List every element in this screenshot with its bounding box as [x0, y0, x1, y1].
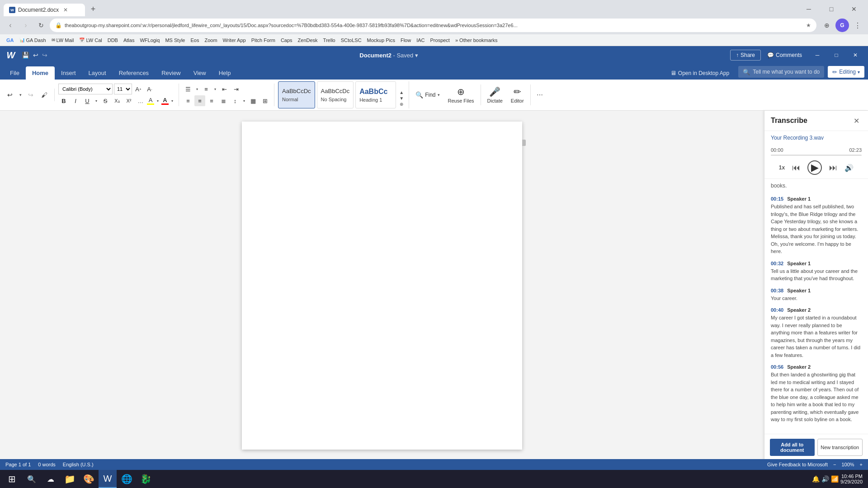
underline-button[interactable]: U [82, 95, 93, 106]
align-right-button[interactable]: ≡ [206, 95, 217, 106]
bookmark-mockup-pics[interactable]: Mockup Pics [364, 37, 398, 44]
forward-button[interactable]: › [19, 19, 33, 32]
bookmark-writer-app[interactable]: Writer App [220, 37, 249, 44]
share-button[interactable]: ↑ Share [730, 50, 761, 61]
bookmark-ga-dash[interactable]: 📊 GA Dash [17, 37, 49, 44]
recording-name-link[interactable]: Your Recording 3.wav [764, 131, 868, 145]
speed-control[interactable]: 1x [779, 164, 785, 171]
taskbar-app2[interactable]: 🐉 [137, 470, 155, 488]
highlight-color-button[interactable]: A [147, 97, 154, 105]
tab-file[interactable]: File [4, 66, 26, 80]
align-left-button[interactable]: ≡ [183, 95, 193, 106]
maximize-window[interactable]: □ [821, 3, 842, 15]
line-spacing-button[interactable]: ↕ [230, 95, 241, 106]
superscript-button[interactable]: X² [123, 95, 134, 106]
bookmark-sctolsc[interactable]: SCtoLSC [338, 37, 364, 44]
undo-button[interactable]: ↩ [4, 89, 16, 101]
tab-insert[interactable]: Insert [55, 66, 82, 80]
save-quick-icon[interactable]: 💾 [22, 52, 29, 59]
italic-button[interactable]: I [70, 95, 81, 106]
address-bar[interactable]: 🔒 theaboutgroup-my.sharepoint.com/:w:/r/… [50, 19, 816, 32]
reuse-files-button[interactable]: ⊕ Reuse Files [445, 84, 477, 105]
subscript-button[interactable]: X₂ [112, 95, 123, 106]
bookmark-eos[interactable]: Eos [188, 37, 202, 44]
minimize-window[interactable]: ─ [798, 3, 819, 15]
zoom-in-button[interactable]: + [860, 462, 863, 467]
decrease-indent-button[interactable]: ⇤ [219, 84, 230, 94]
bold-button[interactable]: B [58, 95, 69, 106]
undo-quick-icon[interactable]: ↩ [33, 52, 38, 59]
zoom-out-button[interactable]: − [833, 462, 836, 467]
entry-time-3[interactable]: 00:38 [771, 288, 783, 293]
play-button[interactable]: ▶ [807, 160, 822, 175]
tab-close-icon[interactable]: ✕ [63, 7, 68, 13]
font-color-button[interactable]: A [161, 97, 169, 105]
feedback-link[interactable]: Give Feedback to Microsoft [767, 462, 828, 467]
tab-home[interactable]: Home [26, 66, 55, 80]
decrease-font-button[interactable]: A- [145, 84, 155, 94]
shading-button[interactable]: ▦ [248, 95, 259, 106]
tab-help[interactable]: Help [212, 66, 237, 80]
style-normal-button[interactable]: AaBbCcDc Normal [278, 81, 315, 108]
bullets-button[interactable]: ☰ [183, 84, 193, 94]
numbering-button[interactable]: ≡ [201, 84, 212, 94]
open-desktop-app-button[interactable]: 🖥 Open in Desktop App [665, 66, 735, 80]
bookmark-iac[interactable]: IAC [414, 37, 427, 44]
underline-dropdown-button[interactable]: ▾ [94, 95, 99, 106]
entry-time-5[interactable]: 00:56 [771, 364, 783, 370]
redo-button[interactable]: ↪ [24, 89, 37, 101]
undo-dropdown-button[interactable]: ▾ [17, 89, 24, 101]
panel-close-button[interactable]: ✕ [851, 115, 862, 126]
minimize-app-button[interactable]: ─ [808, 48, 826, 62]
font-color-dropdown-button[interactable]: ▾ [170, 95, 175, 106]
bookmark-lw-cal[interactable]: 📅 LW Cal [76, 37, 104, 44]
dictate-button[interactable]: 🎤 Dictate [485, 84, 505, 105]
taskbar-search[interactable]: 🔍 [23, 470, 41, 488]
taskbar-paint[interactable]: 🎨 [80, 470, 98, 488]
profile-icon[interactable]: G [835, 19, 849, 32]
bookmark-caps[interactable]: Caps [278, 37, 295, 44]
numbering-dropdown-button[interactable]: ▾ [212, 84, 218, 94]
document-area[interactable] [0, 111, 764, 460]
bookmark-other[interactable]: » Other bookmarks [453, 37, 500, 44]
back-button[interactable]: ‹ [4, 19, 17, 32]
volume-icon[interactable]: 🔊 [821, 475, 829, 483]
bookmark-ga[interactable]: GA [4, 37, 17, 44]
notification-icon[interactable]: 🔔 [812, 475, 820, 483]
skip-back-button[interactable]: ⏮ [792, 163, 800, 173]
bookmark-lw-mail[interactable]: ✉ LW Mail [49, 37, 77, 44]
bookmark-ms-style[interactable]: MS Style [162, 37, 188, 44]
close-window[interactable]: ✕ [844, 3, 864, 15]
redo-quick-icon[interactable]: ↪ [42, 52, 47, 59]
skip-forward-button[interactable]: ⏭ [829, 163, 837, 173]
close-app-button[interactable]: ✕ [846, 48, 864, 62]
entry-time-4[interactable]: 00:40 [771, 307, 783, 313]
format-painter-button[interactable]: 🖌 [38, 89, 51, 101]
browser-menu-icon[interactable]: ⋮ [851, 19, 864, 32]
document-page[interactable] [242, 122, 522, 450]
volume-button[interactable]: 🔊 [844, 164, 854, 172]
network-icon[interactable]: 📶 [831, 475, 839, 483]
tab-layout[interactable]: Layout [82, 66, 113, 80]
justify-button[interactable]: ≣ [218, 95, 229, 106]
tell-me-search[interactable]: 🔍 Tell me what you want to do [738, 66, 824, 78]
styles-expand-button[interactable]: ▲ ▼ ⊕ [398, 81, 405, 108]
tab-view[interactable]: View [187, 66, 212, 80]
font-size-selector[interactable]: 11 [114, 84, 132, 94]
taskbar-cortana[interactable]: ☁ [42, 470, 60, 488]
tab-review[interactable]: Review [155, 66, 187, 80]
style-no-spacing-button[interactable]: AaBbCcDc No Spacing [317, 81, 354, 108]
bookmark-zoom[interactable]: Zoom [202, 37, 220, 44]
audio-progress-bar[interactable] [771, 155, 862, 156]
highlight-dropdown-button[interactable]: ▾ [155, 95, 160, 106]
add-to-document-button[interactable]: Add all to document [770, 439, 815, 456]
find-button[interactable]: 🔍 Find ▾ [413, 89, 442, 100]
more-ribbon-button[interactable]: ⋯ [534, 81, 545, 108]
strikethrough-button[interactable]: S [100, 95, 111, 106]
increase-font-button[interactable]: A+ [133, 84, 143, 94]
start-button[interactable]: ⊞ [2, 470, 22, 488]
font-family-selector[interactable]: Calibri (Body) [58, 84, 113, 94]
active-browser-tab[interactable]: W Document2.docx ✕ [4, 4, 85, 16]
reload-button[interactable]: ↻ [34, 19, 48, 32]
align-center-button[interactable]: ≡ [194, 95, 205, 106]
